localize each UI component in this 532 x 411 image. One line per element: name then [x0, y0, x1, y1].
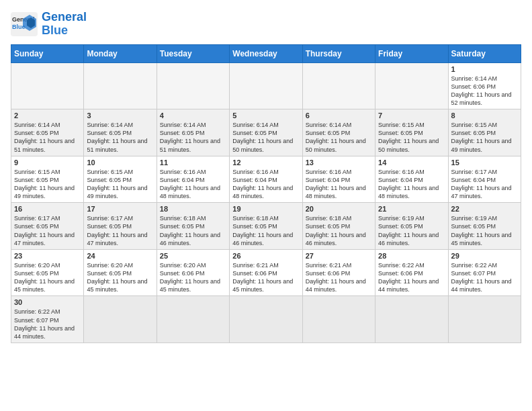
day-info: Sunrise: 6:22 AMSunset: 6:07 PMDaylight:… [451, 261, 518, 294]
day-number: 8 [451, 111, 518, 120]
calendar-cell [11, 62, 84, 109]
page-header: General Blue General Blue [11, 11, 521, 38]
day-number: 2 [14, 111, 81, 120]
weekday-header-saturday: Saturday [448, 44, 521, 62]
day-number: 10 [87, 158, 153, 167]
calendar-cell: 2Sunrise: 6:14 AMSunset: 6:05 PMDaylight… [11, 109, 84, 156]
day-info: Sunrise: 6:14 AMSunset: 6:05 PMDaylight:… [232, 121, 299, 154]
calendar-cell: 4Sunrise: 6:14 AMSunset: 6:05 PMDaylight… [157, 109, 229, 156]
calendar-cell [84, 296, 157, 343]
day-info: Sunrise: 6:16 AMSunset: 6:04 PMDaylight:… [306, 168, 372, 201]
day-number: 30 [14, 298, 81, 306]
calendar-cell [375, 296, 448, 343]
day-info: Sunrise: 6:17 AMSunset: 6:05 PMDaylight:… [87, 214, 153, 247]
day-number: 27 [306, 252, 372, 260]
day-number: 9 [14, 158, 81, 167]
weekday-header-monday: Monday [84, 44, 157, 62]
calendar-cell: 9Sunrise: 6:15 AMSunset: 6:05 PMDaylight… [11, 156, 84, 203]
weekday-header-wednesday: Wednesday [230, 44, 302, 62]
calendar-cell: 12Sunrise: 6:16 AMSunset: 6:04 PMDayligh… [230, 156, 302, 203]
day-number: 14 [378, 158, 445, 167]
day-info: Sunrise: 6:21 AMSunset: 6:06 PMDaylight:… [306, 261, 372, 294]
calendar-cell [302, 62, 375, 109]
calendar-cell [302, 296, 375, 343]
day-info: Sunrise: 6:16 AMSunset: 6:04 PMDaylight:… [232, 168, 299, 201]
calendar-cell: 14Sunrise: 6:16 AMSunset: 6:04 PMDayligh… [375, 156, 448, 203]
day-info: Sunrise: 6:15 AMSunset: 6:05 PMDaylight:… [378, 121, 445, 154]
calendar-cell: 22Sunrise: 6:19 AMSunset: 6:05 PMDayligh… [448, 203, 521, 250]
calendar-cell: 17Sunrise: 6:17 AMSunset: 6:05 PMDayligh… [84, 203, 157, 250]
calendar-cell: 7Sunrise: 6:15 AMSunset: 6:05 PMDaylight… [375, 109, 448, 156]
calendar-cell [84, 62, 157, 109]
logo-text: General Blue [42, 11, 87, 38]
day-number: 1 [451, 65, 518, 73]
day-info: Sunrise: 6:14 AMSunset: 6:05 PMDaylight:… [160, 121, 226, 154]
day-number: 6 [306, 111, 372, 120]
calendar-cell: 18Sunrise: 6:18 AMSunset: 6:05 PMDayligh… [157, 203, 229, 250]
day-number: 15 [451, 158, 518, 167]
day-info: Sunrise: 6:16 AMSunset: 6:04 PMDaylight:… [160, 168, 226, 201]
day-number: 21 [378, 205, 445, 213]
calendar-cell: 11Sunrise: 6:16 AMSunset: 6:04 PMDayligh… [157, 156, 229, 203]
calendar-header: SundayMondayTuesdayWednesdayThursdayFrid… [11, 44, 521, 62]
calendar-cell: 16Sunrise: 6:17 AMSunset: 6:05 PMDayligh… [11, 203, 84, 250]
day-info: Sunrise: 6:18 AMSunset: 6:05 PMDaylight:… [160, 214, 226, 247]
calendar-cell: 28Sunrise: 6:22 AMSunset: 6:06 PMDayligh… [375, 249, 448, 296]
logo-icon: General Blue [11, 12, 38, 36]
day-info: Sunrise: 6:20 AMSunset: 6:05 PMDaylight:… [87, 261, 153, 294]
day-number: 19 [232, 205, 299, 213]
day-info: Sunrise: 6:18 AMSunset: 6:05 PMDaylight:… [306, 214, 372, 247]
calendar-cell: 24Sunrise: 6:20 AMSunset: 6:05 PMDayligh… [84, 249, 157, 296]
calendar-cell: 8Sunrise: 6:15 AMSunset: 6:05 PMDaylight… [448, 109, 521, 156]
day-number: 20 [306, 205, 372, 213]
calendar-cell [448, 296, 521, 343]
calendar-cell: 21Sunrise: 6:19 AMSunset: 6:05 PMDayligh… [375, 203, 448, 250]
day-number: 18 [160, 205, 226, 213]
day-number: 13 [306, 158, 372, 167]
day-info: Sunrise: 6:19 AMSunset: 6:05 PMDaylight:… [378, 214, 445, 247]
calendar-cell: 26Sunrise: 6:21 AMSunset: 6:06 PMDayligh… [230, 249, 302, 296]
day-info: Sunrise: 6:14 AMSunset: 6:05 PMDaylight:… [87, 121, 153, 154]
day-info: Sunrise: 6:14 AMSunset: 6:05 PMDaylight:… [306, 121, 372, 154]
day-number: 23 [14, 252, 81, 260]
calendar-cell: 13Sunrise: 6:16 AMSunset: 6:04 PMDayligh… [302, 156, 375, 203]
day-number: 11 [160, 158, 226, 167]
day-info: Sunrise: 6:14 AMSunset: 6:06 PMDaylight:… [451, 75, 518, 107]
calendar-cell: 20Sunrise: 6:18 AMSunset: 6:05 PMDayligh… [302, 203, 375, 250]
calendar: SundayMondayTuesdayWednesdayThursdayFrid… [11, 44, 521, 343]
day-number: 16 [14, 205, 81, 213]
calendar-cell [157, 62, 229, 109]
weekday-header-friday: Friday [375, 44, 448, 62]
day-info: Sunrise: 6:17 AMSunset: 6:04 PMDaylight:… [451, 168, 518, 201]
day-info: Sunrise: 6:15 AMSunset: 6:05 PMDaylight:… [87, 168, 153, 201]
day-info: Sunrise: 6:16 AMSunset: 6:04 PMDaylight:… [378, 168, 445, 201]
day-number: 24 [87, 252, 153, 260]
calendar-cell [375, 62, 448, 109]
day-info: Sunrise: 6:22 AMSunset: 6:07 PMDaylight:… [14, 308, 81, 340]
day-info: Sunrise: 6:14 AMSunset: 6:05 PMDaylight:… [14, 121, 81, 154]
calendar-cell: 3Sunrise: 6:14 AMSunset: 6:05 PMDaylight… [84, 109, 157, 156]
day-number: 5 [232, 111, 299, 120]
day-number: 3 [87, 111, 153, 120]
day-number: 28 [378, 252, 445, 260]
calendar-cell: 30Sunrise: 6:22 AMSunset: 6:07 PMDayligh… [11, 296, 84, 343]
calendar-cell: 27Sunrise: 6:21 AMSunset: 6:06 PMDayligh… [302, 249, 375, 296]
weekday-header-sunday: Sunday [11, 44, 84, 62]
weekday-header-thursday: Thursday [302, 44, 375, 62]
calendar-cell: 23Sunrise: 6:20 AMSunset: 6:05 PMDayligh… [11, 249, 84, 296]
day-info: Sunrise: 6:15 AMSunset: 6:05 PMDaylight:… [14, 168, 81, 201]
calendar-cell: 25Sunrise: 6:20 AMSunset: 6:06 PMDayligh… [157, 249, 229, 296]
day-number: 12 [232, 158, 299, 167]
calendar-cell [230, 296, 302, 343]
day-number: 4 [160, 111, 226, 120]
day-info: Sunrise: 6:20 AMSunset: 6:05 PMDaylight:… [14, 261, 81, 294]
logo: General Blue General Blue [11, 11, 87, 38]
day-info: Sunrise: 6:18 AMSunset: 6:05 PMDaylight:… [232, 214, 299, 247]
day-info: Sunrise: 6:19 AMSunset: 6:05 PMDaylight:… [451, 214, 518, 247]
calendar-cell: 15Sunrise: 6:17 AMSunset: 6:04 PMDayligh… [448, 156, 521, 203]
calendar-cell [157, 296, 229, 343]
weekday-header-tuesday: Tuesday [157, 44, 229, 62]
day-number: 17 [87, 205, 153, 213]
day-number: 25 [160, 252, 226, 260]
day-info: Sunrise: 6:17 AMSunset: 6:05 PMDaylight:… [14, 214, 81, 247]
